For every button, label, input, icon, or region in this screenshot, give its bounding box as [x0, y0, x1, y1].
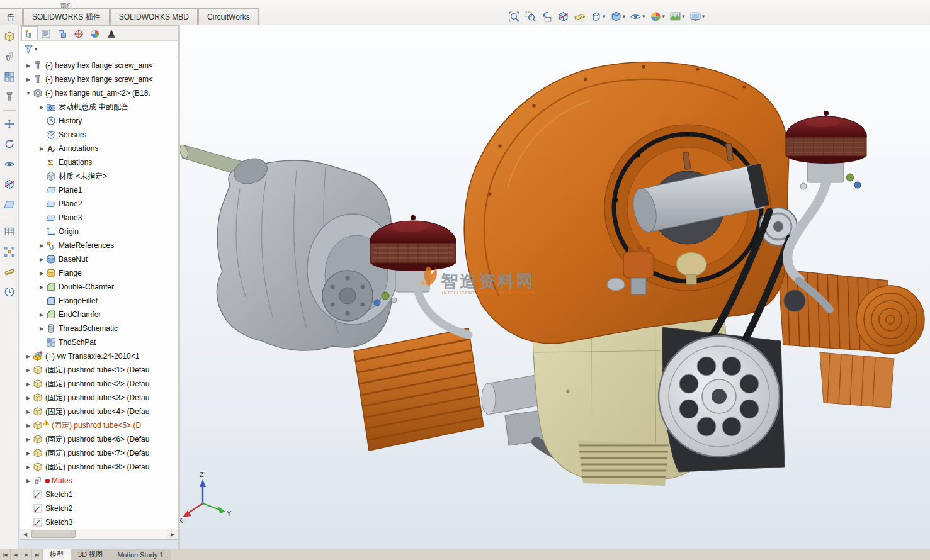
dropdown-caret-icon[interactable]: ▾ — [702, 14, 705, 20]
edit-appearance-button[interactable]: ▾ — [649, 10, 666, 23]
section-view-button[interactable] — [557, 10, 570, 23]
dropdown-caret-icon[interactable]: ▾ — [642, 14, 645, 20]
panel-splitter[interactable] — [178, 25, 180, 549]
tab-scroll-button[interactable]: ◀ — [11, 549, 21, 560]
expand-arrow-icon[interactable]: ▶ — [24, 63, 33, 69]
tree-item[interactable]: Sketch3 — [20, 515, 178, 529]
bill-of-materials-button[interactable] — [2, 224, 17, 239]
expand-arrow-icon[interactable]: ▶ — [24, 395, 33, 401]
ribbon-tab[interactable]: SOLIDWORKS 插件 — [23, 8, 110, 25]
show-hidden-components-button[interactable] — [2, 157, 17, 172]
tree-item[interactable]: History — [20, 114, 178, 128]
expand-arrow-icon[interactable]: ▼ — [24, 91, 33, 96]
tree-item[interactable]: Sketch2 — [20, 501, 178, 515]
tree-item[interactable]: ▶(固定) pushrod tube<3> (Defau — [20, 391, 178, 405]
component-pattern-button[interactable] — [2, 69, 17, 84]
dropdown-caret-icon[interactable]: ▾ — [682, 14, 685, 20]
expand-arrow-icon[interactable]: ▶ — [37, 104, 46, 110]
tree-item[interactable]: Plane2 — [20, 197, 178, 211]
zoom-to-area-button[interactable] — [524, 10, 537, 23]
tree-horizontal-scrollbar[interactable]: ◀ ▶ — [20, 529, 178, 539]
tree-item[interactable]: ▶(固定) pushrod tube<2> (Defau — [20, 377, 178, 391]
tree-item[interactable]: ThdSchPat — [20, 335, 178, 349]
tree-item[interactable]: ▶发动机总成 中的配合 — [20, 100, 178, 114]
apply-scene-button[interactable]: ▾ — [669, 10, 686, 23]
valve-cover-left[interactable] — [350, 328, 495, 451]
tree-item[interactable]: ΣEquations — [20, 155, 178, 169]
doc-tab-模型[interactable]: 模型 — [43, 549, 71, 560]
measure-button[interactable] — [573, 10, 586, 23]
ribbon-tab-partial[interactable]: 告 — [0, 8, 23, 25]
propertymanager-tab[interactable] — [38, 26, 54, 40]
filter-caret[interactable]: ▾ — [35, 46, 38, 52]
tree-item[interactable]: ▶(-) heavy hex flange screw_am< — [20, 72, 178, 86]
featuremanager-tab[interactable] — [21, 26, 38, 40]
expand-arrow-icon[interactable]: ▶ — [37, 243, 46, 249]
crankshaft-pulley[interactable] — [659, 336, 780, 457]
expand-arrow-icon[interactable]: ▶ — [24, 381, 33, 387]
dropdown-caret-icon[interactable]: ▾ — [662, 14, 666, 20]
exploded-view-button[interactable] — [2, 244, 17, 259]
dimxpertmanager-tab[interactable] — [71, 26, 87, 40]
transaxle[interactable] — [178, 144, 398, 350]
expand-arrow-icon[interactable]: ▶ — [37, 257, 46, 262]
tree-item[interactable]: ▶(+) vw Transaxle.24-2010<1 — [20, 349, 178, 363]
insert-component-button[interactable] — [2, 29, 17, 44]
previous-view-button[interactable] — [540, 10, 553, 23]
tree-item[interactable]: ▶(固定) pushrod tube<1> (Defau — [20, 363, 178, 377]
tree-item[interactable]: ▶Double-Chamfer — [20, 280, 178, 294]
tree-item[interactable]: Plane1 — [20, 183, 178, 197]
tree-item[interactable]: ▶BaseNut — [20, 252, 178, 266]
ribbon-tab[interactable]: CircuitWorks — [198, 8, 259, 25]
tree-item[interactable]: Sketch1 — [20, 488, 178, 501]
tree-item[interactable]: ▶AAnnotations — [20, 142, 178, 155]
tree-item[interactable]: ▶(固定) pushrod tube<5> (D — [20, 418, 178, 432]
zoom-to-fit-button[interactable] — [508, 10, 521, 23]
dropdown-caret-icon[interactable]: ▾ — [623, 14, 626, 20]
scrollbar-thumb[interactable] — [31, 530, 76, 538]
scroll-left-button[interactable]: ◀ — [20, 529, 30, 539]
tab-scroll-button[interactable]: ▶| — [32, 549, 43, 560]
view-orientation-button[interactable]: ▾ — [589, 10, 606, 23]
tab-scroll-button[interactable]: ▶ — [21, 549, 32, 560]
tree-item[interactable]: Plane3 — [20, 211, 178, 225]
engine-assembly-model[interactable] — [178, 62, 924, 488]
tree-item[interactable]: ▶(固定) pushrod tube<4> (Defau — [20, 405, 178, 418]
filter-funnel-icon[interactable] — [24, 44, 33, 53]
tree-item[interactable]: ▼(-) hex flange nut_am<2> (B18. — [20, 86, 178, 100]
new-motion-study-button[interactable] — [2, 284, 17, 300]
rendertools-tab[interactable] — [103, 26, 120, 40]
tree-item[interactable]: ▶Mates — [20, 474, 178, 488]
expand-arrow-icon[interactable]: ▶ — [24, 451, 33, 456]
dropdown-caret-icon[interactable]: ▾ — [603, 14, 606, 20]
display-style-button[interactable]: ▾ — [610, 10, 627, 23]
doc-tab-3d-视图[interactable]: 3D 视图 — [71, 549, 110, 560]
expand-arrow-icon[interactable]: ▶ — [24, 367, 33, 373]
idler-bracket[interactable] — [784, 290, 805, 311]
tree-item[interactable]: FlangeFillet — [20, 294, 178, 308]
expand-arrow-icon[interactable]: ▶ — [37, 284, 46, 290]
expand-arrow-icon[interactable]: ▶ — [37, 146, 46, 152]
tree-item[interactable]: Sensors — [20, 128, 178, 142]
smart-fasteners-button[interactable] — [2, 89, 17, 104]
ribbon-tab[interactable]: SOLIDWORKS MBD — [110, 8, 198, 25]
expand-arrow-icon[interactable]: ▶ — [24, 409, 33, 415]
configurationmanager-tab[interactable] — [54, 26, 71, 40]
rotate-component-button[interactable] — [2, 137, 17, 152]
expand-arrow-icon[interactable]: ▶ — [37, 312, 46, 318]
expand-arrow-icon[interactable]: ▶ — [24, 437, 33, 442]
reference-geometry-button[interactable] — [2, 197, 17, 212]
tree-item[interactable]: ▶(固定) pushrod tube<7> (Defau — [20, 446, 178, 460]
expand-arrow-icon[interactable]: ▶ — [24, 423, 33, 428]
expand-arrow-icon[interactable]: ▶ — [37, 271, 46, 276]
air-cleaner-right[interactable] — [786, 111, 866, 164]
tree-item[interactable]: ▶ThreadSchematic — [20, 322, 178, 335]
scroll-right-button[interactable]: ▶ — [167, 529, 178, 539]
tab-scroll-button[interactable]: |◀ — [0, 549, 11, 560]
tree-item[interactable]: ▶EndChamfer — [20, 308, 178, 322]
tree-item[interactable]: Origin — [20, 225, 178, 238]
displaymanager-tab[interactable] — [87, 26, 103, 40]
measure-tool-button[interactable] — [2, 264, 17, 279]
expand-arrow-icon[interactable]: ▶ — [24, 478, 33, 484]
cylinder-fins-right[interactable] — [778, 267, 924, 408]
